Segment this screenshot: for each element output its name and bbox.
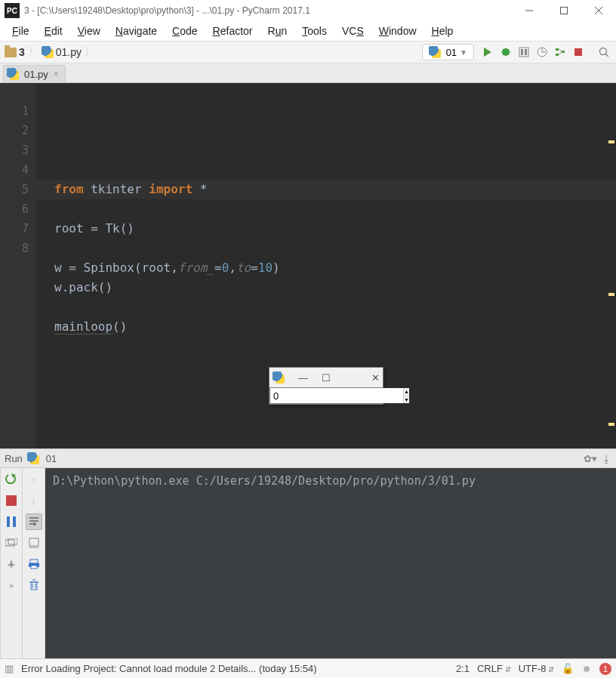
window-title: 3 - [C:\Users\19248\Desktop\pro\python\3…	[24, 5, 512, 16]
minimize-button[interactable]	[512, 0, 547, 21]
spinbox-buttons: ▲ ▼	[403, 388, 409, 403]
down-button[interactable]: ↓	[26, 492, 42, 509]
svg-rect-17	[562, 51, 565, 53]
run-configuration-selector[interactable]: 01 ▼	[422, 44, 474, 60]
tkinter-window[interactable]: — ☐ ✕ ▲ ▼	[269, 367, 383, 405]
scroll-end-button[interactable]	[26, 535, 42, 551]
svg-marker-4	[484, 48, 491, 57]
python-icon	[429, 46, 441, 58]
menu-run[interactable]: Run	[260, 23, 295, 39]
run-settings-icon[interactable]: ✿▾	[584, 453, 597, 464]
stop-button[interactable]	[570, 44, 587, 60]
caret-position[interactable]: 2:1	[456, 663, 470, 674]
tab-close-button[interactable]: ×	[54, 69, 59, 79]
svg-rect-33	[31, 566, 37, 569]
dump-button[interactable]	[3, 535, 20, 551]
spinbox-down-button[interactable]: ▼	[404, 396, 409, 404]
spinbox-up-button[interactable]: ▲	[404, 388, 409, 396]
editor-gutter: 12345678	[0, 83, 36, 448]
search-button[interactable]	[596, 44, 612, 60]
menu-file[interactable]: File	[5, 23, 37, 39]
svg-rect-25	[7, 516, 10, 527]
breadcrumb-file[interactable]: 01.py	[40, 46, 83, 58]
svg-rect-34	[31, 582, 37, 590]
svg-rect-24	[6, 495, 17, 506]
breadcrumb-sep-end: 〉	[83, 45, 97, 59]
toolwindow-button-icon[interactable]: ▥	[5, 663, 14, 674]
python-file-icon	[42, 46, 54, 58]
folder-icon	[5, 48, 17, 57]
breadcrumb-project[interactable]: 3	[3, 46, 26, 58]
tkinter-titlebar: — ☐ ✕	[270, 368, 383, 387]
up-button[interactable]: ↑	[26, 471, 42, 488]
svg-rect-29	[29, 538, 38, 546]
navigation-bar: 3 〉 01.py 〉 01 ▼	[0, 41, 616, 63]
spinbox-input[interactable]	[270, 388, 403, 403]
line-separator[interactable]: CRLF ⇵	[477, 663, 511, 674]
run-toolwindow-title: Run	[5, 453, 23, 464]
run-toolwindow-header[interactable]: Run 01 ✿▾ ⭳	[0, 448, 616, 468]
menu-refactor[interactable]: Refactor	[205, 23, 260, 39]
svg-rect-9	[519, 48, 528, 57]
problems-badge[interactable]: 1	[599, 663, 611, 675]
file-encoding[interactable]: UTF-8 ⇵	[519, 663, 555, 674]
pause-button[interactable]	[3, 513, 20, 530]
console-output[interactable]: D:\Python\python.exe C:/Users/19248/Desk…	[45, 468, 616, 658]
svg-rect-27	[5, 540, 14, 546]
softwrap-button[interactable]	[26, 513, 42, 530]
pin-button[interactable]	[3, 556, 20, 572]
console-command-line: D:\Python\python.exe C:/Users/19248/Desk…	[53, 474, 608, 488]
run-output-toolbar: ↑ ↓	[23, 468, 45, 658]
python-icon	[27, 452, 39, 464]
coverage-button[interactable]	[516, 44, 532, 60]
svg-rect-28	[8, 538, 17, 544]
clear-button[interactable]	[26, 577, 42, 593]
menu-edit[interactable]: Edit	[37, 23, 70, 39]
run-toolwindow-body: » ↑ ↓ D:\Python\python.exe C:/Users/1924…	[0, 468, 616, 658]
python-file-icon	[7, 68, 19, 80]
svg-rect-1	[561, 8, 568, 14]
print-button[interactable]	[26, 556, 42, 572]
svg-line-18	[559, 49, 562, 51]
menu-tools[interactable]: Tools	[294, 23, 334, 39]
menu-bar: File Edit View Navigate Code Refactor Ru…	[0, 21, 616, 41]
tk-close-button[interactable]: ✕	[371, 372, 380, 384]
menu-view[interactable]: View	[70, 23, 108, 39]
maximize-button[interactable]	[547, 0, 581, 21]
svg-rect-26	[13, 516, 16, 527]
run-toolwindow-config: 01	[46, 453, 57, 464]
tk-minimize-button[interactable]: —	[298, 372, 308, 384]
rerun-button[interactable]	[3, 471, 20, 488]
profile-button[interactable]	[534, 44, 550, 60]
tk-app-icon	[273, 371, 285, 384]
svg-line-19	[559, 52, 562, 54]
debug-button[interactable]	[497, 44, 514, 60]
tk-maximize-button[interactable]: ☐	[322, 372, 331, 384]
more-button[interactable]: »	[3, 577, 20, 593]
breadcrumb-sep: 〉	[26, 45, 40, 59]
stop-process-button[interactable]	[3, 492, 20, 509]
editor-tab[interactable]: 01.py ×	[3, 65, 66, 82]
run-left-toolbar: »	[0, 468, 23, 658]
spinbox[interactable]: ▲ ▼	[270, 387, 383, 404]
menu-window[interactable]: Window	[371, 23, 424, 39]
window-controls	[512, 0, 616, 21]
svg-rect-20	[574, 48, 582, 56]
dropdown-icon: ▼	[460, 48, 467, 57]
menu-vcs[interactable]: VCS	[334, 23, 371, 39]
menu-code[interactable]: Code	[165, 23, 205, 39]
run-button[interactable]	[479, 44, 496, 60]
lock-icon[interactable]: 🔓	[562, 663, 574, 674]
concurrency-button[interactable]	[552, 44, 568, 60]
inspector-icon[interactable]: ☻	[581, 663, 592, 674]
svg-rect-15	[556, 48, 559, 51]
code-editor[interactable]: 12345678 from tkinter import * root = Tk…	[0, 83, 616, 448]
status-error-message[interactable]: Error Loading Project: Cannot load modul…	[21, 663, 317, 674]
svg-rect-16	[556, 54, 559, 56]
menu-help[interactable]: Help	[424, 23, 461, 39]
svg-rect-10	[521, 49, 523, 55]
close-button[interactable]	[581, 0, 616, 21]
menu-navigate[interactable]: Navigate	[108, 23, 165, 39]
svg-line-22	[605, 54, 608, 57]
tab-label: 01.py	[24, 69, 48, 80]
